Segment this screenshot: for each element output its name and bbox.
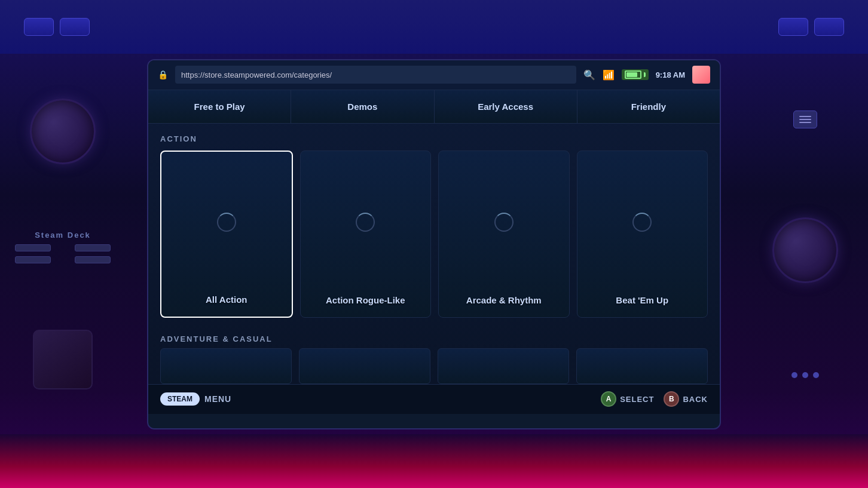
- adventure-section-label: ADVENTURE & CASUAL: [148, 327, 720, 348]
- dpad-btn-2[interactable]: [75, 244, 111, 251]
- url-text: https://store.steampowered.com/categorie…: [181, 70, 332, 79]
- category-tab-free-to-play[interactable]: Free to Play: [148, 90, 291, 123]
- menu-line-2: [799, 119, 811, 120]
- dpad-btn-3[interactable]: [15, 256, 51, 263]
- lock-icon: 🔒: [158, 70, 168, 79]
- right-controller: [742, 54, 868, 434]
- spinner-action-rogue-like: [356, 213, 375, 232]
- card-title-action-rogue-like: Action Rogue-Like: [320, 295, 411, 305]
- time-display: 9:18 AM: [656, 70, 685, 79]
- spinner-all-action: [217, 213, 236, 232]
- category-tab-demos[interactable]: Demos: [291, 90, 434, 123]
- adventure-card-4[interactable]: [576, 348, 708, 384]
- left-trackpad[interactable]: [33, 330, 93, 389]
- browser-icons: 🔍 📶 9:18 AM: [583, 66, 710, 84]
- battery-tip: [644, 72, 646, 77]
- action-cards-grid: All Action Action Rogue-Like Arcade & Rh…: [148, 151, 720, 327]
- device-top-bar: [0, 0, 868, 54]
- categories-row: Free to Play Demos Early Access Friendly: [148, 90, 720, 124]
- small-btn-row-2: [15, 256, 111, 263]
- b-button[interactable]: B: [664, 391, 679, 407]
- url-bar[interactable]: https://store.steampowered.com/categorie…: [175, 66, 576, 84]
- footer-bar: STEAM MENU A SELECT B BACK: [148, 384, 720, 414]
- top-left-buttons: [24, 18, 90, 36]
- signal-icon: 📶: [603, 69, 615, 81]
- screen: 🔒 https://store.steampowered.com/categor…: [147, 59, 721, 429]
- menu-icon-button[interactable]: [793, 111, 817, 128]
- a-button[interactable]: A: [601, 391, 616, 407]
- spinner-beat-em-up: [632, 213, 652, 232]
- top-btn-l1[interactable]: [24, 18, 54, 36]
- left-thumbstick[interactable]: [30, 99, 96, 164]
- battery-body: [625, 70, 641, 79]
- steam-label: Steam Deck: [35, 231, 91, 240]
- steam-button-area: Steam Deck: [15, 231, 111, 263]
- adventure-card-2[interactable]: [299, 348, 430, 384]
- select-label: SELECT: [620, 395, 654, 404]
- right-thumbstick[interactable]: [772, 217, 838, 283]
- select-button-group[interactable]: A SELECT: [601, 391, 654, 407]
- top-btn-l2[interactable]: [60, 18, 90, 36]
- card-arcade-rhythm[interactable]: Arcade & Rhythm: [438, 151, 570, 318]
- card-title-all-action: All Action: [200, 294, 253, 305]
- dot-1: [791, 372, 797, 378]
- category-tab-early-access[interactable]: Early Access: [435, 90, 577, 123]
- card-title-beat-em-up: Beat 'Em Up: [610, 295, 674, 305]
- footer-right-controls: A SELECT B BACK: [601, 391, 708, 407]
- top-btn-r2[interactable]: [814, 18, 844, 36]
- dot-3: [813, 372, 819, 378]
- card-action-rogue-like[interactable]: Action Rogue-Like: [300, 151, 432, 318]
- steam-pill: STEAM: [160, 392, 200, 406]
- battery-indicator: [622, 69, 649, 80]
- device-background: Steam Deck 🔒: [0, 0, 868, 488]
- back-label: BACK: [683, 395, 708, 404]
- adventure-cards-row: [148, 348, 720, 384]
- small-btn-row: [15, 244, 111, 251]
- device-bottom-bar: [0, 434, 868, 488]
- left-controller: Steam Deck: [0, 54, 126, 434]
- category-tab-friendly[interactable]: Friendly: [577, 90, 720, 123]
- dot-2: [802, 372, 808, 378]
- menu-line-1: [799, 116, 811, 117]
- card-all-action[interactable]: All Action: [160, 151, 293, 318]
- top-btn-r1[interactable]: [778, 18, 808, 36]
- card-beat-em-up[interactable]: Beat 'Em Up: [577, 151, 708, 318]
- dpad-btn-1[interactable]: [15, 244, 51, 251]
- battery-fill: [626, 72, 638, 77]
- search-icon[interactable]: 🔍: [583, 69, 595, 81]
- top-right-buttons: [778, 18, 844, 36]
- action-section-label: ACTION: [148, 124, 720, 151]
- dpad-btn-4[interactable]: [75, 256, 111, 263]
- spinner-arcade-rhythm: [494, 213, 514, 232]
- dots-indicator: [791, 372, 819, 378]
- browser-bar: 🔒 https://store.steampowered.com/categor…: [148, 60, 720, 90]
- avatar[interactable]: [692, 66, 710, 84]
- page-content: Free to Play Demos Early Access Friendly…: [148, 90, 720, 384]
- back-button-group[interactable]: B BACK: [664, 391, 708, 407]
- card-title-arcade-rhythm: Arcade & Rhythm: [460, 295, 548, 305]
- menu-text: MENU: [204, 394, 231, 404]
- adventure-card-1[interactable]: [160, 348, 292, 384]
- menu-line-3: [799, 122, 811, 123]
- steam-menu-button[interactable]: STEAM MENU: [160, 392, 231, 406]
- adventure-card-3[interactable]: [438, 348, 569, 384]
